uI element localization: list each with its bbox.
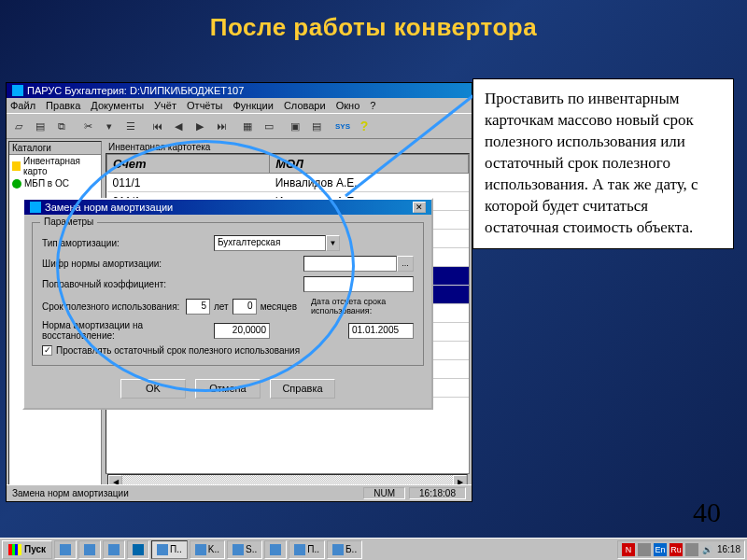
col-account[interactable]: Счет	[107, 155, 270, 174]
menu-uchet[interactable]: Учёт	[154, 100, 176, 111]
tb-first-icon[interactable]: ⏮	[147, 116, 167, 136]
app-icon	[157, 544, 168, 555]
ok-button[interactable]: OK	[120, 379, 186, 399]
tb-cut-icon[interactable]: ✂	[78, 116, 98, 136]
app-icon	[84, 544, 95, 555]
dropdown-arrow-icon[interactable]: ▼	[326, 235, 340, 251]
dialog-buttons: OK Отмена Справка	[24, 373, 431, 408]
menu-help[interactable]: ?	[370, 100, 375, 111]
checkbox-label: Проставлять остаточный срок полезного ис…	[56, 345, 300, 356]
system-tray[interactable]: N En Ru 🔊 16:18	[617, 540, 745, 559]
input-norm[interactable]: 20,0000	[214, 323, 270, 339]
input-months[interactable]: 0	[233, 299, 257, 315]
suffix-years: лет	[214, 301, 229, 312]
menu-funcs[interactable]: Функции	[233, 100, 274, 111]
menubar[interactable]: Файл Правка Документы Учёт Отчёты Функци…	[7, 98, 472, 113]
dialog-title: Замена норм амортизации	[45, 202, 173, 213]
toolbar: ▱ ▤ ⧉ ✂ ▾ ☰ ⏮ ◀ ▶ ⏭ ▦ ▭ ▣ ▤ SYS ?	[7, 113, 472, 139]
menu-reports[interactable]: Отчёты	[187, 100, 222, 111]
tb-sort-icon[interactable]: ☰	[120, 116, 141, 136]
select-type-value: Бухгалтерская	[214, 235, 326, 251]
tb-open-icon[interactable]: ▤	[30, 116, 50, 136]
menu-window[interactable]: Окно	[336, 100, 360, 111]
taskbar-item-label: П..	[170, 544, 182, 554]
app-icon	[332, 544, 344, 555]
tb-system-icon[interactable]: SYS	[332, 116, 353, 136]
volume-icon[interactable]: 🔊	[701, 543, 714, 556]
slide-number: 40	[693, 497, 721, 528]
menu-dicts[interactable]: Словари	[284, 100, 326, 111]
status-time: 16:18:08	[409, 487, 466, 499]
checkbox-residual[interactable]: ✓ Проставлять остаточный срок полезного …	[42, 345, 414, 356]
start-label: Пуск	[24, 544, 46, 554]
label-useful: Срок полезного использования:	[42, 301, 182, 312]
checkbox-icon[interactable]: ✓	[42, 345, 52, 356]
catalog-item-mbp[interactable]: МБП в ОС	[9, 177, 101, 189]
select-type[interactable]: Бухгалтерская ▼	[214, 235, 340, 251]
taskbar-item[interactable]	[78, 540, 101, 559]
app-icon	[270, 544, 281, 555]
tb-new-icon[interactable]: ▱	[8, 116, 29, 136]
menu-file[interactable]: Файл	[10, 100, 35, 111]
app-icon	[195, 544, 206, 555]
catalog-item-label: МБП в ОС	[24, 178, 69, 189]
cancel-button[interactable]: Отмена	[195, 379, 261, 399]
node-icon	[12, 179, 21, 189]
tb-card-icon[interactable]: ▭	[259, 116, 279, 136]
help-button[interactable]: Справка	[270, 379, 335, 399]
dialog-amortization: Замена норм амортизации ✕ Параметры Тип …	[22, 198, 433, 410]
taskbar-item[interactable]	[54, 540, 77, 559]
table-row[interactable]: 011/1Инвалидов А.Е.	[107, 174, 469, 192]
input-date[interactable]: 01.01.2005	[348, 323, 414, 339]
tray-clock: 16:18	[717, 544, 740, 554]
taskbar-item[interactable]: K..	[190, 540, 225, 559]
label-code: Шифр нормы амортизации:	[42, 259, 210, 269]
lang-indicator[interactable]: En	[654, 543, 667, 556]
tb-filter-icon[interactable]: ▾	[99, 116, 120, 136]
menu-docs[interactable]: Документы	[91, 100, 144, 111]
tb-next-icon[interactable]: ▶	[190, 116, 210, 136]
label-type: Тип амортизации:	[42, 238, 210, 248]
catalog-item-inventory[interactable]: Инвентарная карто	[9, 155, 101, 177]
catalog-title: Каталоги	[9, 142, 101, 155]
label-norm: Норма амортизации на восстановление:	[42, 320, 210, 341]
input-years[interactable]: 5	[186, 299, 210, 315]
params-group: Параметры Тип амортизации: Бухгалтерская…	[32, 222, 424, 366]
taskbar-item[interactable]	[103, 540, 125, 559]
tb-report-icon[interactable]: ▤	[306, 116, 327, 136]
label-coef: Поправочный коэффициент:	[42, 279, 210, 289]
taskbar-item[interactable]: П..	[151, 540, 188, 559]
windows-logo-icon	[8, 544, 21, 555]
taskbar-item[interactable]: S..	[227, 540, 262, 559]
col-mol[interactable]: МОЛ	[270, 155, 469, 174]
tray-icon[interactable]: N	[622, 543, 635, 556]
tb-copy-icon[interactable]: ⧉	[51, 116, 72, 136]
tb-calc-icon[interactable]: ▣	[285, 116, 305, 136]
taskbar-item-label: П..	[307, 544, 319, 554]
input-code[interactable]	[303, 256, 397, 272]
taskbar-item[interactable]	[264, 540, 287, 559]
app-icon	[108, 544, 120, 555]
close-icon[interactable]: ✕	[413, 202, 426, 213]
tb-help-icon[interactable]: ?	[354, 116, 374, 136]
taskbar-item[interactable]	[127, 540, 149, 559]
tray-icon[interactable]	[638, 543, 651, 556]
taskbar-item-label: K..	[208, 544, 219, 554]
tb-last-icon[interactable]: ⏭	[211, 116, 232, 136]
taskbar: Пуск П.. K.. S.. П.. Б.. N En Ru 🔊 16:18	[0, 538, 747, 560]
status-num: NUM	[363, 487, 405, 499]
lookup-button-icon[interactable]: ...	[397, 256, 414, 272]
menu-edit[interactable]: Правка	[46, 100, 80, 111]
taskbar-item[interactable]: П..	[289, 540, 325, 559]
app-titlebar: ПАРУС Бухгалтерия: D:\ЛИПКИ\БЮДЖЕТ107	[7, 83, 472, 98]
tb-prev-icon[interactable]: ◀	[168, 116, 189, 136]
taskbar-item[interactable]: Б..	[327, 540, 362, 559]
suffix-months: месяцев	[261, 301, 297, 312]
start-button[interactable]: Пуск	[2, 540, 52, 559]
dialog-titlebar[interactable]: Замена норм амортизации ✕	[24, 200, 431, 215]
input-coef[interactable]	[303, 276, 414, 292]
tb-grid-icon[interactable]: ▦	[237, 116, 258, 136]
tray-icon[interactable]	[685, 543, 698, 556]
callout-box: Проставить по инвентарным карточкам масс…	[472, 78, 734, 249]
lang-indicator[interactable]: Ru	[669, 543, 683, 556]
